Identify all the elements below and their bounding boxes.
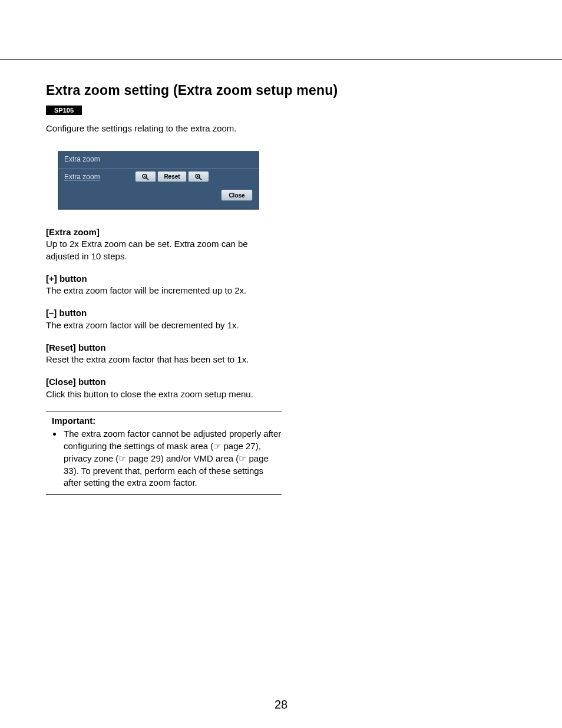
section-body: Click this button to close the extra zoo… xyxy=(46,388,282,400)
section-minus-button: [–] button The extra zoom factor will be… xyxy=(46,307,282,331)
manual-page: Extra zoom setting (Extra zoom setup men… xyxy=(0,0,562,728)
section-head: [+] button xyxy=(46,273,282,285)
zoom-in-icon xyxy=(194,173,203,180)
important-note: Important: The extra zoom factor cannot … xyxy=(46,411,282,495)
important-list: The extra zoom factor cannot be adjusted… xyxy=(52,428,282,489)
intro-text: Configure the settings relating to the e… xyxy=(46,123,517,133)
dialog-row: Extra zoom Reset xyxy=(58,169,259,186)
zoom-out-button[interactable] xyxy=(135,171,156,182)
page-title: Extra zoom setting (Extra zoom setup men… xyxy=(46,83,517,98)
important-item: The extra zoom factor cannot be adjusted… xyxy=(62,428,282,489)
dialog-row-label: Extra zoom xyxy=(64,173,135,181)
section-plus-button: [+] button The extra zoom factor will be… xyxy=(46,273,282,297)
close-button[interactable]: Close xyxy=(221,189,253,201)
section-body: Up to 2x Extra zoom can be set. Extra zo… xyxy=(46,238,282,262)
sections: [Extra zoom] Up to 2x Extra zoom can be … xyxy=(46,226,282,495)
extra-zoom-dialog: Extra zoom Extra zoom Reset xyxy=(58,151,259,210)
zoom-in-button[interactable] xyxy=(188,171,209,182)
dialog-header: Extra zoom xyxy=(58,151,259,169)
content-area: Extra zoom setting (Extra zoom setup men… xyxy=(46,83,517,495)
dialog-close-row: Close xyxy=(58,186,259,209)
reset-button[interactable]: Reset xyxy=(157,171,187,182)
section-head: [Reset] button xyxy=(46,342,282,354)
section-body: Reset the extra zoom factor that has bee… xyxy=(46,354,282,365)
section-body: The extra zoom factor will be incremente… xyxy=(46,285,282,297)
zoom-out-icon xyxy=(141,173,150,180)
header-rule xyxy=(0,59,562,60)
section-reset-button: [Reset] button Reset the extra zoom fact… xyxy=(46,342,282,366)
important-head: Important: xyxy=(52,415,282,427)
section-head: [Extra zoom] xyxy=(46,226,282,238)
section-extra-zoom: [Extra zoom] Up to 2x Extra zoom can be … xyxy=(46,226,282,262)
page-number: 28 xyxy=(0,698,562,711)
section-close-button: [Close] button Click this button to clos… xyxy=(46,376,282,400)
section-head: [Close] button xyxy=(46,376,282,388)
section-head: [–] button xyxy=(46,307,282,319)
svg-line-6 xyxy=(199,177,201,180)
section-body: The extra zoom factor will be decremente… xyxy=(46,319,282,331)
model-badge: SP105 xyxy=(46,106,82,115)
svg-line-2 xyxy=(146,177,148,180)
